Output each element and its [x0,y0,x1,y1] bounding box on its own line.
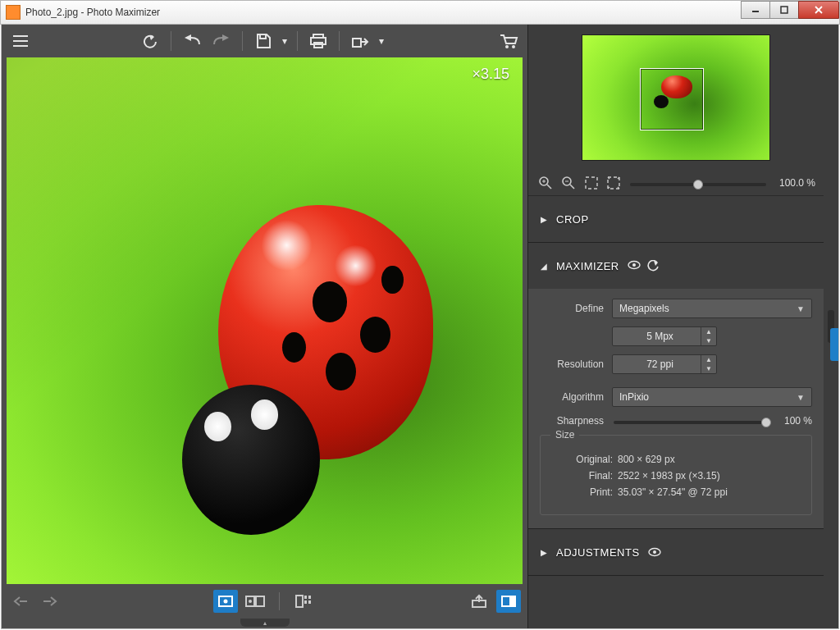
svg-rect-21 [296,596,303,607]
crop-panel-label: CROP [556,213,589,226]
sharpness-label: Sharpness [540,415,612,427]
menu-button[interactable] [7,29,34,53]
maximizer-panel-label: MAXIMIZER [556,260,619,272]
sharpness-value: 100 % [769,415,812,427]
print-button[interactable] [304,29,332,53]
size-info-box: Size Original:800 × 629 px Final:2522 × … [540,435,812,515]
zoom-in-icon[interactable] [536,174,555,192]
window-close-button[interactable] [798,1,839,19]
window-titlebar: Photo_2.jpg - Photo Maximizer [0,0,840,25]
window-maximize-button[interactable] [769,1,799,19]
resolution-label: Resolution [540,358,612,370]
visibility-icon[interactable] [648,547,661,557]
svg-rect-22 [304,596,307,599]
svg-rect-25 [308,600,311,604]
svg-line-34 [570,185,574,189]
view-compare-button[interactable] [243,590,267,613]
navigator-thumbnail[interactable] [582,34,770,161]
sharpness-slider[interactable] [614,421,771,424]
define-label: Define [540,303,612,314]
svg-rect-24 [308,596,311,599]
prev-image-button[interactable] [8,590,33,613]
crop-panel-header[interactable]: ▶ CROP [528,196,824,242]
export-button[interactable] [467,590,491,613]
adjustments-panel-label: ADJUSTMENTS [556,546,640,559]
main-toolbar: ▾ ▾ [2,25,527,57]
algorithm-label: Algorithm [540,391,612,403]
svg-rect-28 [509,596,515,606]
actual-size-icon[interactable] [605,174,623,192]
next-image-button[interactable] [38,590,62,613]
view-filmstrip-button[interactable] [291,590,316,613]
filmstrip-pull-tab[interactable]: ▴ [2,619,527,628]
svg-line-30 [547,185,551,189]
dial-min-label: min [724,269,740,278]
svg-point-12 [505,45,509,48]
algorithm-select[interactable]: InPixio▼ [612,387,812,407]
visibility-icon[interactable] [628,260,641,272]
dial-max-label: max [796,269,814,278]
share-dropdown[interactable]: ▾ [376,29,387,53]
svg-rect-37 [608,177,619,189]
define-select[interactable]: Megapixels▼ [612,299,812,318]
view-single-button[interactable] [213,590,238,613]
svg-point-39 [632,263,636,267]
svg-point-17 [224,600,228,604]
maximizer-panel-header[interactable]: min max ◢ MAXIMIZER [528,243,824,289]
right-edge-tab[interactable] [830,328,838,361]
image-subject [182,205,482,532]
panel-toggle-button[interactable] [496,590,521,613]
size-legend: Size [550,429,579,441]
resolution-spinner[interactable]: 72 ppi ▲▼ [612,354,717,374]
view-toolbar [2,584,527,619]
svg-rect-11 [353,39,361,47]
svg-point-20 [249,600,252,603]
panel-collapse-handle[interactable] [824,25,838,628]
chevron-down-icon: ◢ [540,262,548,271]
app-icon [6,5,21,20]
save-dropdown[interactable]: ▾ [279,29,290,53]
svg-rect-36 [586,177,597,189]
zoom-overlay-label: ×3.15 [472,66,509,83]
undo-button[interactable] [178,29,206,53]
svg-point-41 [653,550,656,554]
window-minimize-button[interactable] [741,1,770,19]
adjustments-panel-header[interactable]: ▶ ADJUSTMENTS [528,529,824,575]
zoom-value: 100.0 % [769,177,815,189]
save-button[interactable] [249,29,277,53]
window-title: Photo_2.jpg - Photo Maximizer [25,7,160,18]
megapixel-spinner[interactable]: 5 Mpx ▲▼ [612,326,717,346]
fit-screen-icon[interactable] [582,174,600,192]
zoom-out-icon[interactable] [559,174,578,192]
navigator-viewport[interactable] [640,68,704,130]
svg-point-13 [512,45,515,48]
zoom-controls: 100.0 % [528,171,824,195]
svg-rect-7 [260,34,266,39]
share-button[interactable] [346,29,374,53]
svg-rect-1 [781,7,788,13]
svg-rect-19 [256,596,264,606]
cart-button[interactable] [495,29,523,53]
maximizer-panel-body: Define Megapixels▼ 5 Mpx ▲▼ Resolution [528,289,824,528]
svg-rect-23 [304,600,307,604]
undo-all-button[interactable] [136,29,164,53]
chevron-right-icon: ▶ [540,215,548,224]
redo-button[interactable] [208,29,235,53]
zoom-slider[interactable] [630,183,766,186]
chevron-right-icon: ▶ [540,548,548,557]
reset-icon[interactable] [647,260,659,272]
dial-icon [746,248,784,285]
image-canvas[interactable]: ×3.15 [7,57,523,584]
